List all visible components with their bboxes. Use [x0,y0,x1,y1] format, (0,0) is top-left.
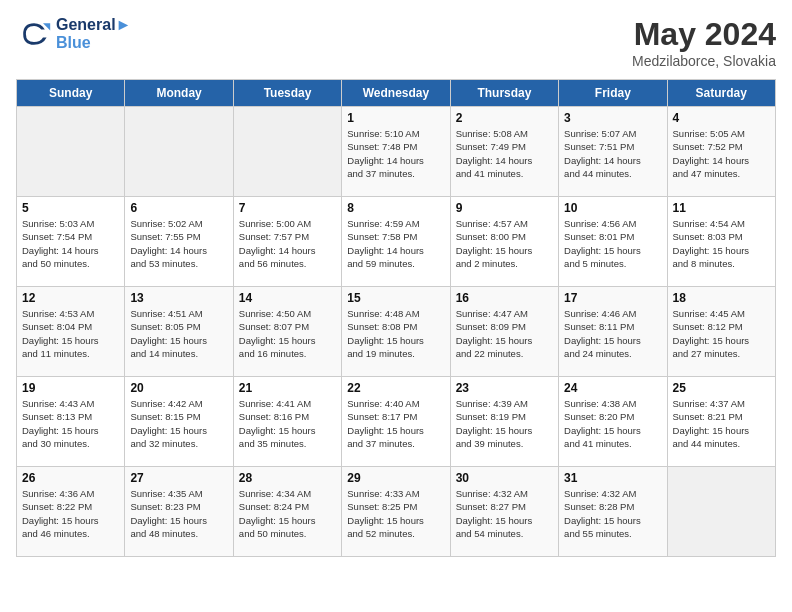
cell-info: Sunrise: 4:32 AMSunset: 8:28 PMDaylight:… [564,487,661,540]
calendar-cell: 13Sunrise: 4:51 AMSunset: 8:05 PMDayligh… [125,287,233,377]
cell-info: Sunrise: 5:00 AMSunset: 7:57 PMDaylight:… [239,217,336,270]
calendar-cell: 22Sunrise: 4:40 AMSunset: 8:17 PMDayligh… [342,377,450,467]
day-number: 1 [347,111,444,125]
week-row-5: 26Sunrise: 4:36 AMSunset: 8:22 PMDayligh… [17,467,776,557]
calendar-cell: 5Sunrise: 5:03 AMSunset: 7:54 PMDaylight… [17,197,125,287]
cell-info: Sunrise: 4:46 AMSunset: 8:11 PMDaylight:… [564,307,661,360]
day-number: 14 [239,291,336,305]
day-number: 22 [347,381,444,395]
calendar-cell: 15Sunrise: 4:48 AMSunset: 8:08 PMDayligh… [342,287,450,377]
cell-info: Sunrise: 4:43 AMSunset: 8:13 PMDaylight:… [22,397,119,450]
calendar-cell: 30Sunrise: 4:32 AMSunset: 8:27 PMDayligh… [450,467,558,557]
dow-header-tuesday: Tuesday [233,80,341,107]
day-number: 29 [347,471,444,485]
calendar-cell: 17Sunrise: 4:46 AMSunset: 8:11 PMDayligh… [559,287,667,377]
calendar-cell: 16Sunrise: 4:47 AMSunset: 8:09 PMDayligh… [450,287,558,377]
calendar-cell: 2Sunrise: 5:08 AMSunset: 7:49 PMDaylight… [450,107,558,197]
calendar-cell: 19Sunrise: 4:43 AMSunset: 8:13 PMDayligh… [17,377,125,467]
cell-info: Sunrise: 4:39 AMSunset: 8:19 PMDaylight:… [456,397,553,450]
cell-info: Sunrise: 4:41 AMSunset: 8:16 PMDaylight:… [239,397,336,450]
day-number: 7 [239,201,336,215]
calendar-cell: 29Sunrise: 4:33 AMSunset: 8:25 PMDayligh… [342,467,450,557]
day-number: 4 [673,111,770,125]
week-row-3: 12Sunrise: 4:53 AMSunset: 8:04 PMDayligh… [17,287,776,377]
calendar-cell: 23Sunrise: 4:39 AMSunset: 8:19 PMDayligh… [450,377,558,467]
day-number: 6 [130,201,227,215]
cell-info: Sunrise: 4:53 AMSunset: 8:04 PMDaylight:… [22,307,119,360]
calendar-cell: 1Sunrise: 5:10 AMSunset: 7:48 PMDaylight… [342,107,450,197]
calendar-body: 1Sunrise: 5:10 AMSunset: 7:48 PMDaylight… [17,107,776,557]
calendar-cell: 26Sunrise: 4:36 AMSunset: 8:22 PMDayligh… [17,467,125,557]
logo: General► Blue [16,16,131,52]
dow-header-friday: Friday [559,80,667,107]
dow-header-thursday: Thursday [450,80,558,107]
cell-info: Sunrise: 5:05 AMSunset: 7:52 PMDaylight:… [673,127,770,180]
cell-info: Sunrise: 4:36 AMSunset: 8:22 PMDaylight:… [22,487,119,540]
calendar-cell: 4Sunrise: 5:05 AMSunset: 7:52 PMDaylight… [667,107,775,197]
title-block: May 2024 Medzilaborce, Slovakia [632,16,776,69]
cell-info: Sunrise: 4:51 AMSunset: 8:05 PMDaylight:… [130,307,227,360]
logo-icon [16,16,52,52]
calendar-cell: 18Sunrise: 4:45 AMSunset: 8:12 PMDayligh… [667,287,775,377]
dow-header-monday: Monday [125,80,233,107]
day-number: 25 [673,381,770,395]
calendar-cell: 3Sunrise: 5:07 AMSunset: 7:51 PMDaylight… [559,107,667,197]
cell-info: Sunrise: 5:07 AMSunset: 7:51 PMDaylight:… [564,127,661,180]
day-number: 24 [564,381,661,395]
cell-info: Sunrise: 5:02 AMSunset: 7:55 PMDaylight:… [130,217,227,270]
day-number: 27 [130,471,227,485]
cell-info: Sunrise: 4:56 AMSunset: 8:01 PMDaylight:… [564,217,661,270]
day-number: 2 [456,111,553,125]
cell-info: Sunrise: 4:54 AMSunset: 8:03 PMDaylight:… [673,217,770,270]
day-number: 17 [564,291,661,305]
day-number: 9 [456,201,553,215]
day-number: 16 [456,291,553,305]
cell-info: Sunrise: 4:48 AMSunset: 8:08 PMDaylight:… [347,307,444,360]
calendar-cell: 9Sunrise: 4:57 AMSunset: 8:00 PMDaylight… [450,197,558,287]
day-number: 19 [22,381,119,395]
cell-info: Sunrise: 4:37 AMSunset: 8:21 PMDaylight:… [673,397,770,450]
calendar-cell: 14Sunrise: 4:50 AMSunset: 8:07 PMDayligh… [233,287,341,377]
cell-info: Sunrise: 4:50 AMSunset: 8:07 PMDaylight:… [239,307,336,360]
day-number: 8 [347,201,444,215]
cell-info: Sunrise: 5:03 AMSunset: 7:54 PMDaylight:… [22,217,119,270]
cell-info: Sunrise: 4:35 AMSunset: 8:23 PMDaylight:… [130,487,227,540]
day-number: 30 [456,471,553,485]
calendar-cell: 21Sunrise: 4:41 AMSunset: 8:16 PMDayligh… [233,377,341,467]
day-number: 26 [22,471,119,485]
dow-header-saturday: Saturday [667,80,775,107]
dow-header-sunday: Sunday [17,80,125,107]
calendar-cell: 10Sunrise: 4:56 AMSunset: 8:01 PMDayligh… [559,197,667,287]
calendar-cell [667,467,775,557]
cell-info: Sunrise: 4:33 AMSunset: 8:25 PMDaylight:… [347,487,444,540]
week-row-4: 19Sunrise: 4:43 AMSunset: 8:13 PMDayligh… [17,377,776,467]
day-number: 12 [22,291,119,305]
cell-info: Sunrise: 5:10 AMSunset: 7:48 PMDaylight:… [347,127,444,180]
calendar-cell: 28Sunrise: 4:34 AMSunset: 8:24 PMDayligh… [233,467,341,557]
day-number: 28 [239,471,336,485]
calendar-cell [233,107,341,197]
calendar-cell: 31Sunrise: 4:32 AMSunset: 8:28 PMDayligh… [559,467,667,557]
cell-info: Sunrise: 4:32 AMSunset: 8:27 PMDaylight:… [456,487,553,540]
calendar-cell: 25Sunrise: 4:37 AMSunset: 8:21 PMDayligh… [667,377,775,467]
day-number: 11 [673,201,770,215]
calendar-cell: 8Sunrise: 4:59 AMSunset: 7:58 PMDaylight… [342,197,450,287]
calendar-cell: 11Sunrise: 4:54 AMSunset: 8:03 PMDayligh… [667,197,775,287]
day-number: 21 [239,381,336,395]
day-number: 10 [564,201,661,215]
calendar-cell [17,107,125,197]
day-number: 18 [673,291,770,305]
dow-header-wednesday: Wednesday [342,80,450,107]
cell-info: Sunrise: 5:08 AMSunset: 7:49 PMDaylight:… [456,127,553,180]
calendar-cell: 12Sunrise: 4:53 AMSunset: 8:04 PMDayligh… [17,287,125,377]
day-number: 31 [564,471,661,485]
page-header: General► Blue May 2024 Medzilaborce, Slo… [16,16,776,69]
cell-info: Sunrise: 4:40 AMSunset: 8:17 PMDaylight:… [347,397,444,450]
calendar-cell: 6Sunrise: 5:02 AMSunset: 7:55 PMDaylight… [125,197,233,287]
logo-text: General► Blue [56,16,131,52]
cell-info: Sunrise: 4:38 AMSunset: 8:20 PMDaylight:… [564,397,661,450]
week-row-2: 5Sunrise: 5:03 AMSunset: 7:54 PMDaylight… [17,197,776,287]
cell-info: Sunrise: 4:42 AMSunset: 8:15 PMDaylight:… [130,397,227,450]
day-number: 5 [22,201,119,215]
calendar-cell: 24Sunrise: 4:38 AMSunset: 8:20 PMDayligh… [559,377,667,467]
